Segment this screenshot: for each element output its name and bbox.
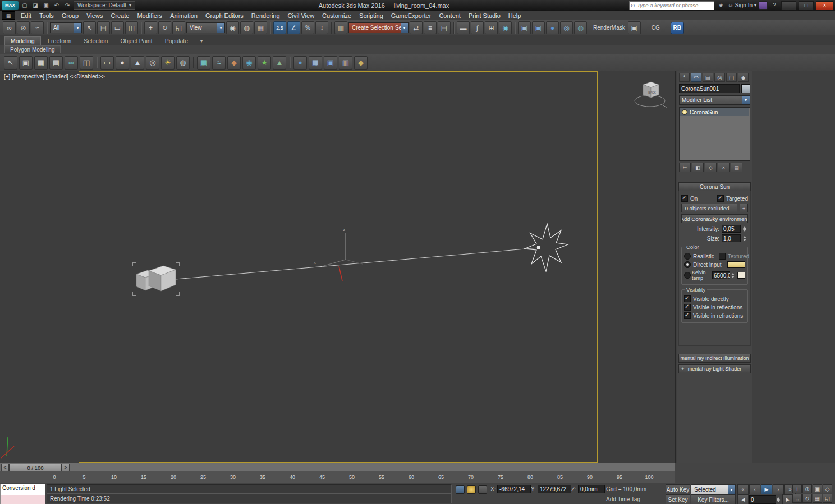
direct-input-radio[interactable] [684,261,691,268]
display-tab-icon[interactable]: ▢ [726,73,737,82]
select-by-name-icon[interactable]: ▤ [97,21,110,34]
x-coordinate-field[interactable]: -66972,14 [497,485,531,493]
favorites-icon[interactable]: ★ [717,2,726,10]
isolate-selection-icon[interactable] [456,485,465,494]
z-coordinate-field[interactable]: 0,0mm [578,485,605,493]
set-key-button[interactable]: Set Key [666,494,690,504]
sun-color-swatch[interactable] [727,261,745,268]
list-tool-icon[interactable]: ▤ [49,56,63,70]
render-setup-icon[interactable]: ▣ [518,21,531,34]
tab-freeform[interactable]: Freeform [42,37,77,45]
maximize-viewport-icon[interactable]: ◱ [823,494,832,503]
menu-graph-editors[interactable]: Graph Editors [201,11,247,20]
current-frame-field[interactable]: 0 [749,495,776,504]
track-bar[interactable]: 0 5 10 15 20 25 30 35 40 45 50 55 60 65 … [0,471,675,484]
remove-modifier-icon[interactable]: × [718,163,730,172]
modify-tab-icon[interactable]: ◠ [691,73,701,82]
maxscript-mini-listener[interactable]: Conversion d [0,484,45,504]
exchange-store-icon[interactable] [759,1,768,10]
select-and-move-icon[interactable]: + [144,21,157,34]
use-pivot-center-icon[interactable]: ◉ [226,21,239,34]
bind-spacewarp-icon[interactable]: ≈ [31,21,44,34]
kelvin-spinner[interactable] [731,273,736,278]
render-production-icon[interactable]: ● [546,21,559,34]
chart-tool-icon[interactable]: ▥ [339,56,352,70]
a360-render-icon[interactable]: ◍ [574,21,587,34]
selection-lock-icon[interactable] [467,485,476,494]
undo-icon[interactable]: ↶ [52,2,61,10]
object-name-field[interactable]: CoronaSun001 [679,84,740,93]
region-zoom-icon[interactable]: ▦ [813,494,822,503]
wave-modifier-icon[interactable]: ≈ [212,56,226,70]
spinner-snap-icon[interactable]: ↕ [315,21,328,34]
workspace-dropdown[interactable]: Workspace: Default ▾ [74,1,135,10]
mirror-icon[interactable]: ⇄ [410,21,423,34]
menu-group[interactable]: Group [58,11,83,20]
globe-icon[interactable]: ◉ [242,56,256,70]
make-unique-icon[interactable]: ◇ [705,163,717,172]
redo-icon[interactable]: ↷ [63,2,72,10]
select-object-icon[interactable]: ↖ [83,21,96,34]
intensity-spinner[interactable] [743,226,748,232]
blue-sphere-icon[interactable]: ● [293,56,307,70]
viewcube[interactable]: BACK [635,82,667,108]
reference-coordinate-dropdown[interactable]: View ▾ [186,22,225,33]
open-file-icon[interactable]: ◪ [31,2,40,10]
next-key-button[interactable]: ▶ [782,494,793,504]
help-icon[interactable]: ? [770,2,779,10]
lattice-icon[interactable]: ▦ [197,56,210,70]
time-slider[interactable]: < 0 / 100 > [0,463,675,471]
polygon-modeling-panel[interactable]: Polygon Modeling [4,45,61,53]
size-field[interactable]: 1,0 [722,234,741,242]
visible-reflections-checkbox[interactable] [684,304,691,311]
cone-primitive-icon[interactable]: ▲ [131,56,144,70]
grid-tool-icon[interactable]: ▦ [34,56,48,70]
close-button[interactable]: × [816,1,833,10]
tab-modeling[interactable]: Modeling [4,36,41,45]
pin-stack-icon[interactable]: ⊢ [679,163,691,172]
selection-region-icon[interactable]: ▭ [111,21,124,34]
y-coordinate-field[interactable]: 12279,672 [538,485,571,493]
go-to-start-button[interactable]: « [737,484,749,494]
link-tool-icon[interactable]: ∞ [65,56,78,70]
exclude-objects-button[interactable]: 0 objects excluded... [681,204,737,212]
viewport-header-label[interactable]: [+] [Perspective] [Shaded] <<Disabled>> [4,73,105,80]
keyboard-override-icon[interactable]: ▦ [254,21,267,34]
menu-views[interactable]: Views [82,11,107,20]
selection-filter-dropdown[interactable]: All ▾ [50,22,82,33]
menu-gameexporter[interactable]: GameExporter [387,11,435,20]
add-coronasky-environment-button[interactable]: Add CoronaSky environment [681,214,748,223]
select-and-scale-icon[interactable]: ◱ [172,21,185,34]
next-frame-button[interactable]: › [773,484,784,494]
torus-primitive-icon[interactable]: ◎ [146,56,159,70]
sign-in-button[interactable]: ☺ Sign In ▾ [728,2,756,8]
key-mode-dropdown[interactable]: Selected ▾ [691,484,736,494]
max-logo[interactable]: MAX [2,1,19,10]
kelvin-temp-field[interactable]: 6500,0 [712,271,730,279]
time-slider-handle[interactable]: 0 / 100 [9,464,62,471]
corona-sun-light[interactable] [524,224,568,271]
percent-snap-button[interactable]: % [301,21,314,34]
corona-sun-rollout-header[interactable]: - Corona Sun [678,182,751,191]
target-object-boxes[interactable] [132,263,180,295]
save-file-icon[interactable]: ▣ [42,2,51,10]
curve-editor-icon[interactable]: ∫ [471,21,484,34]
on-checkbox[interactable] [681,195,688,202]
sun-light-icon[interactable]: ☀ [161,56,175,70]
realistic-radio[interactable] [684,253,691,260]
select-and-link-icon[interactable]: ∞ [3,21,16,34]
tab-object-paint[interactable]: Object Paint [114,37,158,45]
select-tool-icon[interactable]: ↖ [4,56,17,70]
named-selection-set-combo[interactable]: Create Selection Set ▾ [348,22,409,33]
layer-manager-icon[interactable]: ▤ [438,21,451,34]
show-end-result-icon[interactable]: ◧ [692,163,704,172]
modifier-list-dropdown[interactable]: Modifier List ▾ [679,95,750,105]
select-and-manipulate-icon[interactable]: ◍ [240,21,253,34]
angle-snap-icon[interactable]: ∠ [287,21,300,34]
perspective-viewport[interactable]: [+] [Perspective] [Shaded] <<Disabled>> [0,71,676,463]
maximize-button[interactable]: □ [799,1,814,10]
modifier-stack[interactable]: CoronaSun [679,107,750,161]
foliage-icon[interactable]: ★ [258,56,271,70]
kelvin-color-swatch[interactable] [737,272,745,279]
frame-spinner[interactable] [777,497,782,502]
